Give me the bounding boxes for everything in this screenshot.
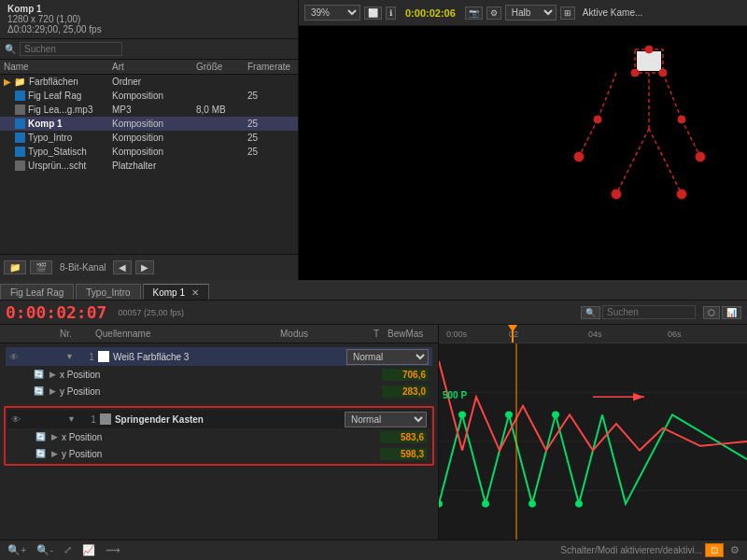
search-bar: 🔍 bbox=[0, 39, 298, 60]
timeline-search-input[interactable] bbox=[602, 305, 696, 319]
ruler-label-04: 04s bbox=[588, 329, 602, 339]
list-item[interactable]: Fig Leaf Rag Komposition 25 bbox=[0, 89, 298, 103]
layer-name-sk: Springender Kasten bbox=[115, 414, 345, 425]
grid-button[interactable]: ⊞ bbox=[560, 7, 575, 20]
col-header-fps: Framerate bbox=[247, 62, 294, 72]
svg-point-25 bbox=[529, 500, 536, 508]
timeline-timecode: 0:00:02:07 bbox=[6, 302, 106, 322]
project-info: Komp 1 1280 x 720 (1,00) Δ0:03:29;00, 25… bbox=[0, 0, 298, 39]
item-fps: 25 bbox=[247, 91, 294, 101]
col-mode-header: Modus bbox=[280, 329, 374, 339]
svg-point-22 bbox=[458, 412, 466, 419]
tl-render-button[interactable]: ⬡ bbox=[703, 306, 720, 319]
svg-point-13 bbox=[678, 116, 685, 123]
zoom-in-button[interactable]: 🔍+ bbox=[4, 542, 30, 558]
item-name: Typo_Intro bbox=[28, 133, 72, 143]
arrow-left-button[interactable]: ◀ bbox=[113, 260, 132, 274]
sub-layer-expand[interactable]: ▶ bbox=[49, 370, 56, 379]
camera-snapshot-button[interactable]: 📷 bbox=[465, 7, 483, 20]
list-item[interactable]: Komp 1 Komposition 25 bbox=[0, 117, 298, 131]
new-comp-button[interactable]: 🎬 bbox=[30, 260, 52, 274]
list-item[interactable]: ▶ 📁 Farbflächen Ordner bbox=[0, 75, 298, 89]
sub-layer-expand-sk-y[interactable]: ▶ bbox=[51, 449, 58, 458]
sub-layer-expand[interactable]: ▶ bbox=[49, 386, 56, 396]
preview-canvas[interactable] bbox=[299, 26, 747, 280]
item-size: 8,0 MB bbox=[196, 105, 247, 115]
list-item[interactable]: Typo_Intro Komposition 25 bbox=[0, 131, 298, 145]
list-item[interactable]: Fig Lea...g.mp3 MP3 8,0 MB bbox=[0, 103, 298, 117]
tl-graph-button[interactable]: 📊 bbox=[722, 306, 741, 319]
layer-mode-select-weiss[interactable]: Normal bbox=[346, 349, 429, 365]
sub-layer-icon: 🔄 bbox=[35, 432, 46, 441]
svg-point-26 bbox=[552, 412, 559, 419]
svg-point-21 bbox=[439, 500, 443, 508]
svg-point-12 bbox=[594, 116, 601, 123]
sub-layer-value-y[interactable]: 283,0 bbox=[382, 385, 429, 398]
layer-eye-icon[interactable]: 👁 bbox=[11, 414, 28, 425]
graph-curves-svg bbox=[439, 343, 747, 539]
snap-button[interactable]: ⊡ bbox=[705, 543, 724, 557]
layer-panel: Nr. Quellenname Modus T BewMas 👁 ▼ 1 Wei… bbox=[0, 325, 439, 539]
col-header-size: Größe bbox=[196, 62, 247, 72]
tab-bar: Fig Leaf Rag Typo_Intro Komp 1 ✕ bbox=[0, 280, 747, 301]
status-text: Schalter/Modi aktivieren/deaktivi... bbox=[560, 545, 702, 555]
placeholder-icon bbox=[15, 161, 25, 171]
graph-view-button[interactable]: 📈 bbox=[78, 542, 99, 558]
preview-settings-button[interactable]: ⚙ bbox=[486, 7, 501, 20]
sub-layer-value-y-sk[interactable]: 598,3 bbox=[380, 448, 427, 460]
tab-close-icon[interactable]: ✕ bbox=[191, 287, 199, 298]
folder-expand-icon: ▶ bbox=[4, 77, 11, 87]
item-name: Komp 1 bbox=[28, 119, 63, 129]
ease-button[interactable]: ⟿ bbox=[102, 542, 124, 558]
list-item[interactable]: Ursprün...scht Platzhalter bbox=[0, 159, 298, 173]
fit-button[interactable]: ⬜ bbox=[364, 7, 382, 20]
sub-layer-value-x-sk[interactable]: 583,6 bbox=[380, 431, 427, 443]
weiss-farbflache-group: 👁 ▼ 1 Weiß Farbfläche 3 Normal 🔄 ▶ bbox=[4, 345, 434, 401]
sub-layer-name: x Position bbox=[60, 370, 382, 380]
fit-all-button[interactable]: ⤢ bbox=[60, 542, 76, 558]
zoom-out-button[interactable]: 🔍- bbox=[33, 542, 57, 558]
layer-expand-icon[interactable]: ▼ bbox=[65, 352, 74, 361]
svg-point-10 bbox=[631, 69, 639, 77]
sub-layer-icons: 🔄 bbox=[34, 386, 44, 396]
graph-500p-label: 500 P bbox=[443, 390, 467, 400]
layer-nr-sk: 1 bbox=[79, 414, 96, 425]
layer-item-springender[interactable]: 👁 ▼ 1 Springender Kasten Normal bbox=[7, 410, 430, 428]
timeline-fps-info: 00057 (25,00 fps) bbox=[118, 308, 184, 317]
search-icon: 🔍 bbox=[5, 44, 16, 54]
col-nr-header: Nr. bbox=[60, 329, 80, 339]
sub-layer-expand-sk[interactable]: ▶ bbox=[51, 432, 58, 441]
layer-item-weiss[interactable]: 👁 ▼ 1 Weiß Farbfläche 3 Normal bbox=[6, 347, 432, 366]
graph-panel[interactable]: 0:00s 02 04s 06s 500 P bbox=[439, 325, 747, 539]
layer-expand-sk[interactable]: ▼ bbox=[67, 414, 76, 424]
svg-point-14 bbox=[574, 152, 584, 161]
settings-button[interactable]: ⚙ bbox=[726, 542, 743, 558]
project-panel: Komp 1 1280 x 720 (1,00) Δ0:03:29;00, 25… bbox=[0, 0, 299, 280]
layer-mode-select-sk[interactable]: Normal bbox=[345, 412, 427, 427]
tab-typo-intro[interactable]: Typo_Intro bbox=[76, 284, 140, 300]
layer-color-icon bbox=[98, 351, 109, 362]
comp-icon bbox=[15, 133, 25, 143]
tl-search-button[interactable]: 🔍 bbox=[581, 306, 600, 319]
preview-info-button[interactable]: ℹ bbox=[386, 7, 396, 20]
item-name: Ursprün...scht bbox=[28, 161, 86, 171]
list-item[interactable]: Typo_Statisch Komposition 25 bbox=[0, 145, 298, 159]
quality-select[interactable]: Halb bbox=[505, 5, 557, 21]
item-type: Komposition bbox=[112, 147, 196, 157]
project-toolbar: 📁 🎬 8-Bit-Kanal ◀ ▶ bbox=[0, 254, 298, 280]
arrow-right-button[interactable]: ▶ bbox=[135, 260, 154, 274]
file-list-header: Name Art Größe Framerate bbox=[0, 60, 298, 75]
project-search-input[interactable] bbox=[20, 42, 122, 56]
tab-fig-leaf-rag[interactable]: Fig Leaf Rag bbox=[0, 284, 74, 300]
zoom-select[interactable]: 39% bbox=[304, 5, 360, 21]
layer-eye-icon[interactable]: 👁 bbox=[9, 352, 26, 362]
item-type: MP3 bbox=[112, 105, 196, 115]
new-folder-button[interactable]: 📁 bbox=[4, 260, 26, 274]
item-fps: 25 bbox=[247, 119, 294, 129]
layer-color-icon-sk bbox=[100, 413, 111, 425]
timeline-ruler: 0:00s 02 04s 06s bbox=[439, 325, 747, 343]
svg-line-5 bbox=[682, 119, 700, 157]
tab-komp-1[interactable]: Komp 1 ✕ bbox=[143, 284, 209, 300]
sub-layer-value-x[interactable]: 706,6 bbox=[382, 369, 429, 381]
playhead-marker[interactable] bbox=[512, 325, 514, 343]
